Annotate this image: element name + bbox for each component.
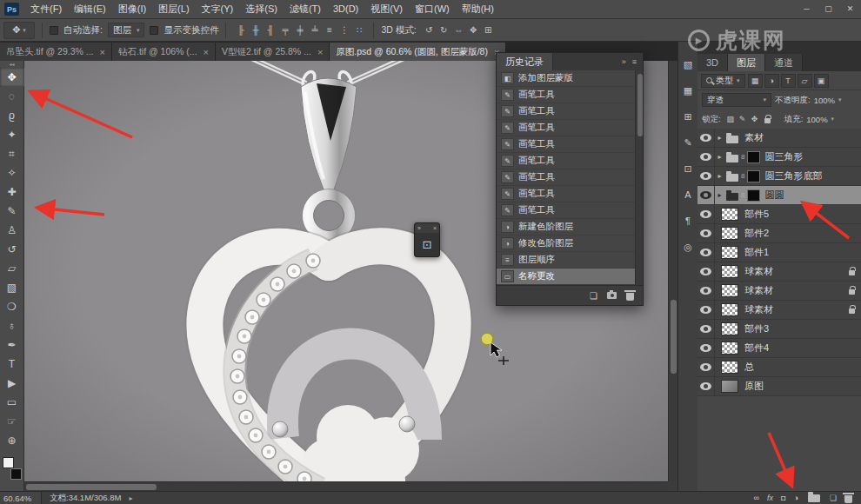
collapse-panel-icon[interactable]: » — [622, 57, 626, 66]
zoom-tool[interactable]: ⊕ — [0, 431, 24, 450]
expand-arrow-icon[interactable]: ▸ — [715, 134, 724, 142]
layer-row[interactable]: ▸ 素材 — [697, 129, 861, 148]
filter-adjustment-layers-icon[interactable]: ◑ — [764, 74, 779, 88]
auto-select-checkbox[interactable] — [50, 26, 58, 35]
visibility-toggle[interactable] — [697, 186, 715, 205]
mini-panel-icon[interactable]: ⊡ — [415, 233, 439, 255]
filter-type-layers-icon[interactable]: T — [781, 74, 796, 88]
elliptical-marquee-tool[interactable]: ◌ — [0, 87, 24, 106]
layer-mask-thumbnail[interactable] — [747, 151, 760, 163]
delete-state-icon[interactable] — [626, 293, 634, 301]
visibility-toggle[interactable] — [697, 129, 715, 148]
history-state-row[interactable]: ✎ 画笔工具 — [497, 169, 643, 186]
new-snapshot-icon[interactable] — [607, 292, 617, 299]
floating-collapsed-panel[interactable]: » × ⊡ — [414, 222, 440, 257]
blend-mode-dropdown[interactable]: 穿透 ▾ — [702, 93, 771, 107]
layer-thumbnail[interactable] — [721, 284, 738, 297]
expand-arrow-icon[interactable]: ▸ — [715, 153, 724, 161]
expand-arrow-icon[interactable]: ▸ — [715, 191, 724, 199]
history-brush-tool[interactable]: ↺ — [0, 240, 24, 259]
align-right-edges-icon[interactable]: ╢ — [263, 23, 277, 38]
hand-tool[interactable]: ☞ — [0, 412, 24, 431]
lasso-tool[interactable]: ϱ — [0, 106, 24, 125]
visibility-toggle[interactable] — [697, 243, 715, 262]
minimize-button[interactable]: ─ — [796, 0, 818, 18]
layer-row[interactable]: ▸ 8 圆圆 — [697, 186, 861, 205]
visibility-toggle[interactable] — [697, 205, 715, 224]
eyedropper-tool[interactable]: ✧ — [0, 163, 24, 182]
menu-item[interactable]: 3D(D) — [327, 0, 364, 18]
add-layer-mask-icon[interactable]: ◘ — [781, 494, 785, 502]
lock-position-icon[interactable]: ✥ — [749, 115, 761, 123]
mask-link-icon[interactable]: 8 — [741, 172, 744, 180]
layer-thumbnail[interactable] — [721, 246, 738, 259]
distribute-vertical-icon[interactable]: ≡ — [322, 23, 337, 38]
layer-row[interactable]: 球素材 — [697, 262, 861, 282]
lock-all-icon[interactable] — [764, 118, 771, 123]
horizontal-scrollbar-thumb[interactable] — [26, 484, 157, 490]
visibility-toggle[interactable] — [697, 358, 715, 377]
history-state-row[interactable]: ✎ 画笔工具 — [497, 103, 643, 120]
menu-item[interactable]: 文件(F) — [24, 0, 68, 18]
auto-align-icon[interactable]: ∷ — [351, 23, 366, 38]
layer-mask-thumbnail[interactable] — [747, 189, 760, 202]
pen-tool[interactable]: ✒ — [0, 335, 24, 355]
status-flyout-icon[interactable]: ▸ — [129, 494, 132, 502]
layer-row[interactable]: 部件4 — [697, 339, 861, 358]
filter-smart-objects-icon[interactable]: ▣ — [814, 74, 829, 88]
history-state-row[interactable]: ◧ 添加图层蒙版 — [497, 70, 643, 87]
gradient-tool[interactable]: ▧ — [0, 278, 24, 297]
layer-row[interactable]: 部件1 — [697, 243, 861, 262]
menu-item[interactable]: 视图(V) — [364, 0, 409, 18]
3d-slide-icon[interactable]: ✥ — [466, 23, 481, 38]
link-layers-icon[interactable]: ∞ — [754, 494, 759, 502]
show-transform-checkbox[interactable] — [150, 26, 158, 35]
spot-healing-brush-tool[interactable]: ✚ — [0, 182, 24, 202]
layer-row[interactable]: 部件3 — [697, 320, 861, 339]
eraser-tool[interactable]: ▱ — [0, 259, 24, 278]
layer-row[interactable]: 部件2 — [697, 224, 861, 243]
3d-rotate-icon[interactable]: ↺ — [422, 23, 437, 38]
close-tab-icon[interactable]: × — [317, 47, 323, 57]
path-selection-tool[interactable]: ▶ — [0, 374, 24, 393]
layer-row[interactable]: ▸ 8 圆三角形底部 — [697, 167, 861, 186]
close-tab-icon[interactable]: × — [100, 47, 105, 57]
history-state-row[interactable]: ✎ 画笔工具 — [497, 87, 643, 103]
mask-link-icon[interactable]: 8 — [741, 153, 744, 161]
panel-tab[interactable]: 3D — [697, 54, 728, 71]
lock-transparency-icon[interactable]: ▨ — [724, 115, 737, 123]
expand-arrow-icon[interactable]: ▸ — [715, 172, 724, 180]
distribute-horizontal-icon[interactable]: ⋮ — [337, 23, 351, 38]
layer-row[interactable]: ▸ 8 圆三角形 — [697, 148, 861, 167]
horizontal-scrollbar[interactable] — [24, 481, 668, 491]
history-state-row[interactable]: ✎ 画笔工具 — [497, 186, 643, 202]
menu-item[interactable]: 图层(L) — [152, 0, 195, 18]
layer-row[interactable]: 原图 — [697, 377, 861, 396]
layer-thumbnail[interactable] — [721, 342, 738, 355]
close-button[interactable]: ✕ — [839, 0, 861, 18]
filter-shape-layers-icon[interactable]: ▱ — [798, 74, 812, 88]
new-group-icon[interactable] — [808, 494, 820, 502]
history-state-row[interactable]: ✎ 画笔工具 — [497, 153, 643, 169]
history-state-row[interactable]: ◑ 新建色阶图层 — [497, 219, 643, 235]
history-state-row[interactable]: ✎ 画笔工具 — [497, 202, 643, 219]
history-state-row[interactable]: ≡ 图层顺序 — [497, 252, 643, 269]
collapsed-paragraph-panel-icon[interactable]: ¶ — [681, 214, 696, 228]
collapsed-clone-source-panel-icon[interactable]: ⊡ — [681, 162, 696, 176]
menu-item[interactable]: 滤镜(T) — [284, 0, 327, 18]
color-swatches[interactable] — [2, 457, 23, 480]
3d-scale-icon[interactable]: ⊞ — [481, 23, 496, 38]
history-state-row[interactable]: ✎ 画笔工具 — [497, 136, 643, 153]
menu-item[interactable]: 窗口(W) — [409, 0, 456, 18]
vertical-scrollbar-thumb[interactable] — [671, 300, 677, 374]
mini-panel-collapse-icon[interactable]: » — [417, 225, 421, 231]
layer-thumbnail[interactable] — [721, 322, 738, 335]
visibility-toggle[interactable] — [697, 224, 715, 243]
align-bottom-edges-icon[interactable]: ╧ — [307, 23, 322, 38]
history-scrollbar-thumb[interactable] — [637, 74, 643, 136]
panel-tab[interactable]: 图层 — [728, 54, 765, 71]
visibility-toggle[interactable] — [697, 301, 715, 320]
layer-row[interactable]: 总 — [697, 358, 861, 377]
align-vertical-centers-icon[interactable]: ╪ — [292, 23, 307, 38]
crop-tool[interactable]: ⌗ — [0, 144, 24, 163]
